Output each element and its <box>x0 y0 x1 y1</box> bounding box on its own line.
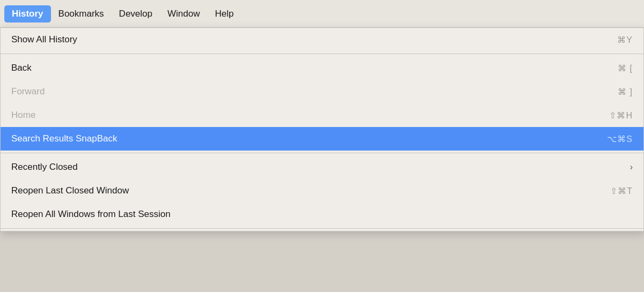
menubar-item-develop-label: Develop <box>119 9 152 19</box>
menu-item-home[interactable]: Home ⇧⌘H <box>1 103 643 127</box>
menu-item-forward[interactable]: Forward ⌘ ] <box>1 80 643 103</box>
menu-item-label: Reopen All Windows from Last Session <box>11 209 171 220</box>
menubar-item-develop[interactable]: Develop <box>112 5 160 23</box>
menu-item-label: Recently Closed <box>11 162 78 173</box>
menu-item-label: Back <box>11 63 32 73</box>
menu-item-reopen-last-closed-window[interactable]: Reopen Last Closed Window ⇧⌘T <box>1 179 643 203</box>
menu-item-shortcut: ⌥⌘S <box>607 134 633 144</box>
menu-item-shortcut: ⌘ ] <box>618 87 633 97</box>
menubar-item-history[interactable]: History <box>4 5 51 23</box>
menu-item-shortcut: ⇧⌘H <box>609 110 633 121</box>
menu-item-shortcut: ⌘Y <box>617 35 633 45</box>
menu-item-label: Show All History <box>11 34 77 45</box>
menubar-item-bookmarks[interactable]: Bookmarks <box>51 5 112 23</box>
menu-item-search-results-snapback[interactable]: Search Results SnapBack ⌥⌘S <box>1 127 643 151</box>
menu-item-show-all-history[interactable]: Show All History ⌘Y <box>1 28 643 51</box>
menu-item-recently-closed[interactable]: Recently Closed › <box>1 155 643 179</box>
menubar-item-help-label: Help <box>215 9 233 19</box>
menu-item-reopen-all-windows[interactable]: Reopen All Windows from Last Session <box>1 203 643 226</box>
separator-2 <box>1 153 643 153</box>
submenu-arrow-icon: › <box>630 162 633 172</box>
separator-3 <box>1 228 643 229</box>
history-menu: Show All History ⌘Y Back ⌘ [ Forward ⌘ ]… <box>0 28 644 231</box>
menubar: History Bookmarks Develop Window Help <box>0 0 644 28</box>
separator-1 <box>1 54 643 54</box>
menu-item-shortcut: ⇧⌘T <box>610 186 633 196</box>
menu-item-back[interactable]: Back ⌘ [ <box>1 56 643 80</box>
menu-item-shortcut: ⌘ [ <box>618 63 633 73</box>
menubar-item-help[interactable]: Help <box>207 5 241 23</box>
menubar-item-window[interactable]: Window <box>160 5 207 23</box>
menubar-item-bookmarks-label: Bookmarks <box>58 9 104 19</box>
menubar-item-history-label: History <box>12 9 43 19</box>
menu-item-label: Reopen Last Closed Window <box>11 185 129 196</box>
menu-item-label: Forward <box>11 86 45 97</box>
menu-item-label: Search Results SnapBack <box>11 133 118 144</box>
menu-item-label: Home <box>11 110 35 121</box>
menubar-item-window-label: Window <box>167 9 200 19</box>
